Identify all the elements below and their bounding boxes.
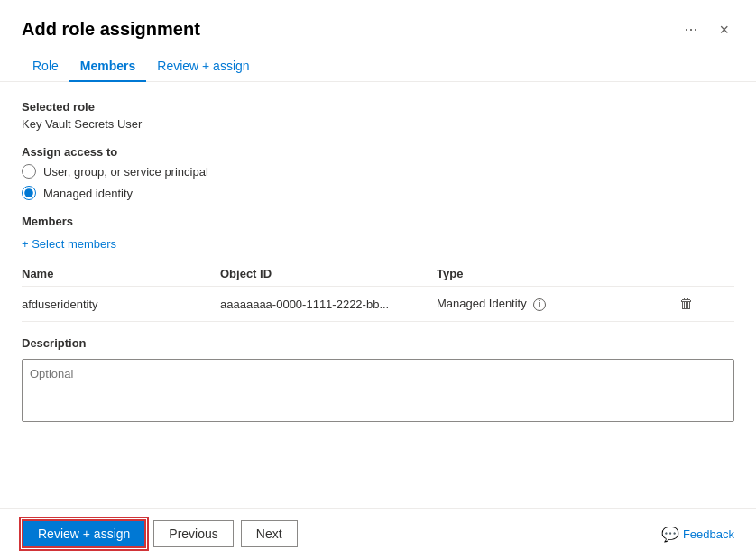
members-table: Name Object ID Type afduseridentity aaaa… xyxy=(22,261,734,322)
select-members-link[interactable]: + Select members xyxy=(22,237,116,251)
radio-user-label: User, group, or service principal xyxy=(43,165,208,179)
radio-managed-identity[interactable]: Managed identity xyxy=(22,186,734,200)
radio-user-input[interactable] xyxy=(22,164,36,179)
dialog-title: Add role assignment xyxy=(22,19,200,40)
previous-button[interactable]: Previous xyxy=(153,520,233,547)
col-header-name: Name xyxy=(22,261,220,287)
selected-role-section: Selected role Key Vault Secrets User xyxy=(22,100,734,131)
feedback-icon: 💬 xyxy=(661,526,679,543)
dialog-footer: Review + assign Previous Next 💬 Feedback xyxy=(0,508,756,559)
radio-user-group[interactable]: User, group, or service principal xyxy=(22,164,734,179)
col-header-type: Type xyxy=(437,261,676,287)
row-objectid: aaaaaaaa-0000-1111-2222-bb... xyxy=(220,287,437,322)
next-button[interactable]: Next xyxy=(241,520,298,547)
delete-row-button[interactable]: 🗑 xyxy=(676,294,697,314)
header-actions: ··· × xyxy=(678,18,734,41)
members-section: Members + Select members Name Object ID … xyxy=(22,215,734,322)
close-button[interactable]: × xyxy=(714,20,734,40)
selected-role-label: Selected role xyxy=(22,100,734,114)
radio-managed-label: Managed identity xyxy=(43,187,133,200)
select-members-text: + Select members xyxy=(22,237,116,251)
feedback-label: Feedback xyxy=(683,527,734,541)
col-header-objectid: Object ID xyxy=(220,261,437,287)
col-header-actions xyxy=(676,261,734,287)
table-row: afduseridentity aaaaaaaa-0000-1111-2222-… xyxy=(22,287,734,322)
dialog-header: Add role assignment ··· × xyxy=(0,0,756,48)
tab-review-assign[interactable]: Review + assign xyxy=(146,51,260,82)
tab-members[interactable]: Members xyxy=(69,51,146,82)
description-section: Description xyxy=(22,336,734,425)
row-type-text: Managed Identity xyxy=(437,297,527,310)
description-textarea[interactable] xyxy=(22,359,734,422)
table-header-row: Name Object ID Type xyxy=(22,261,734,287)
ellipsis-button[interactable]: ··· xyxy=(678,18,703,41)
info-icon[interactable]: i xyxy=(533,298,546,311)
description-label: Description xyxy=(22,336,734,350)
row-type: Managed Identity i xyxy=(437,287,676,322)
row-name: afduseridentity xyxy=(22,287,220,322)
radio-managed-input[interactable] xyxy=(22,186,36,200)
feedback-button[interactable]: 💬 Feedback xyxy=(661,526,734,543)
tab-role[interactable]: Role xyxy=(22,51,69,82)
selected-role-value: Key Vault Secrets User xyxy=(22,117,734,131)
review-assign-button[interactable]: Review + assign xyxy=(22,519,146,548)
row-actions: 🗑 xyxy=(676,287,734,322)
radio-group: User, group, or service principal Manage… xyxy=(22,164,734,200)
tab-bar: Role Members Review + assign xyxy=(0,51,756,82)
members-label: Members xyxy=(22,215,734,228)
footer-right: 💬 Feedback xyxy=(661,526,734,543)
dialog-body: Selected role Key Vault Secrets User Ass… xyxy=(0,82,756,508)
add-role-assignment-dialog: Add role assignment ··· × Role Members R… xyxy=(0,0,756,559)
assign-access-section: Assign access to User, group, or service… xyxy=(22,145,734,200)
assign-access-label: Assign access to xyxy=(22,145,734,159)
